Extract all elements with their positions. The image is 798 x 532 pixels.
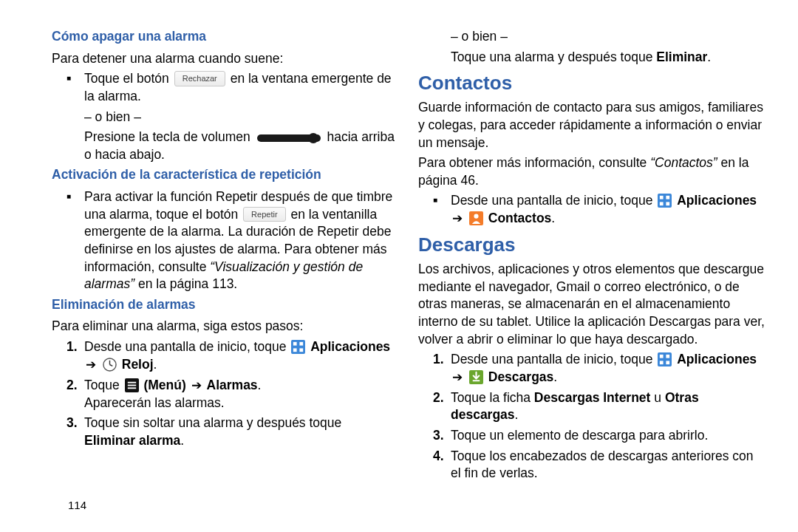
period: . (258, 378, 262, 392)
r-step1-pre: Desde una pantalla de inicio, toque (451, 352, 656, 366)
text-downloads-body: Los archivos, aplicaciones y otros eleme… (418, 261, 767, 348)
bullet-contacts-path: ■ Desde una pantalla de inicio, toque Ap… (433, 192, 767, 228)
svg-rect-22 (660, 361, 664, 365)
text-off-intro: Para detener una alarma cuando suene: (52, 50, 396, 68)
heading-delete-alarms: Eliminación de alarmas (52, 296, 396, 314)
contactos-label: Contactos (488, 211, 552, 225)
heading-snooze: Activación de la característica de repet… (52, 166, 396, 184)
svg-rect-23 (666, 361, 670, 365)
contacts-ref: “Contactos” (650, 155, 717, 170)
svg-rect-21 (666, 355, 670, 358)
clock-icon (103, 358, 117, 372)
contacts2-pre: Para obtener más información, consulte (418, 155, 650, 170)
arrow-icon: ➔ (451, 211, 464, 225)
svg-point-18 (474, 214, 478, 219)
arrow-icon: ➔ (451, 370, 464, 384)
text-del-intro: Para eliminar una alarma, siga estos pas… (52, 318, 396, 335)
text-off-pre: Toque el botón (84, 71, 169, 86)
apps-icon (291, 340, 305, 354)
svg-rect-19 (658, 352, 672, 366)
svg-rect-3 (293, 348, 297, 352)
apps-label: Aplicaciones (677, 193, 757, 208)
manual-page: Cómo apagar una alarma Para detener una … (0, 0, 798, 532)
svg-rect-15 (660, 202, 664, 206)
volume-slider-icon (257, 134, 321, 142)
svg-rect-2 (300, 342, 304, 346)
step-number: 2. (433, 389, 451, 407)
alarmas-label: Alarmas (207, 378, 258, 392)
svg-rect-1 (293, 342, 297, 346)
step1-pre: Desde una pantalla de inicio, toque (84, 339, 290, 354)
heading-downloads: Descargas (418, 232, 767, 258)
step-4-right: 4. Toque los encabezados de descargas an… (433, 448, 767, 482)
right-column: – o bien – Toque una alarma y después to… (409, 25, 767, 516)
step-number: 4. (433, 448, 451, 466)
svg-rect-25 (473, 380, 480, 381)
step-number: 1. (66, 338, 84, 356)
step2-pre: Toque (84, 378, 123, 392)
step-3-right: 3. Toque un elemento de descarga para ab… (433, 427, 767, 445)
step-3-left: 3. Toque sin soltar una alarma y después… (66, 415, 396, 449)
reject-button-chip: Rechazar (174, 71, 225, 86)
elim-alt-bold: Eliminar (656, 50, 707, 64)
bullet-snooze: ■ Para activar la función Repetir despué… (66, 188, 396, 293)
menu-icon (125, 378, 139, 392)
svg-rect-11 (127, 387, 135, 389)
text-elim-alt: Toque una alarma y después toque Elimina… (451, 49, 767, 66)
heading-contacts: Contactos (418, 70, 767, 96)
period: . (707, 50, 711, 64)
period: . (515, 407, 519, 422)
text-or-1: – o bien – (84, 109, 396, 126)
step2-post: Aparecerán las alarmas. (84, 395, 225, 410)
step3-pre: Toque sin soltar una alarma y después to… (84, 415, 341, 430)
text-snooze-post2: en la página 113. (134, 276, 237, 291)
apps-icon (658, 194, 672, 208)
step-2-right: 2. Toque la ficha Descargas Internet u O… (433, 389, 767, 424)
apps-icon (658, 352, 672, 366)
period: . (553, 369, 557, 384)
step-number: 1. (433, 351, 451, 369)
svg-rect-16 (666, 202, 670, 206)
step3-bold: Eliminar alarma (84, 433, 180, 448)
r-step2-pre: Toque la ficha (451, 390, 534, 405)
arrow-icon: ➔ (190, 378, 203, 392)
text-or-right: – o bien – (451, 28, 767, 46)
reloj-label: Reloj (122, 357, 154, 372)
r-step2-mid: u (650, 390, 664, 405)
text-contacts-1: Guarde información de contacto para sus … (418, 99, 767, 151)
svg-rect-14 (666, 196, 670, 200)
download-icon (469, 370, 483, 384)
left-column: Cómo apagar una alarma Para detener una … (52, 25, 409, 516)
contacts-icon (469, 211, 483, 225)
svg-rect-10 (127, 384, 135, 386)
period: . (551, 211, 555, 225)
bc-pre: Desde una pantalla de inicio, toque (451, 193, 656, 208)
svg-rect-4 (300, 348, 304, 352)
arrow-icon: ➔ (84, 358, 98, 372)
step-number: 3. (66, 415, 84, 432)
r-step2-b1: Descargas Internet (534, 390, 651, 405)
text-vol-pre: Presione la tecla de volumen (84, 129, 250, 144)
step-1-right: 1. Desde una pantalla de inicio, toque A… (433, 351, 767, 386)
square-bullet-icon: ■ (433, 192, 451, 208)
text-contacts-2: Para obtener más información, consulte “… (418, 154, 767, 189)
period: . (180, 433, 184, 448)
period: . (154, 357, 157, 372)
square-bullet-icon: ■ (66, 70, 84, 86)
square-bullet-icon: ■ (66, 188, 84, 205)
apps-label: Aplicaciones (677, 352, 757, 366)
step-1-left: 1. Desde una pantalla de inicio, toque A… (66, 338, 396, 374)
step-number: 3. (433, 427, 451, 445)
apps-label: Aplicaciones (310, 339, 390, 354)
r-step4: Toque los encabezados de descargas anter… (451, 448, 767, 482)
svg-rect-9 (127, 381, 135, 383)
step-number: 2. (66, 377, 84, 395)
heading-turn-off-alarm: Cómo apagar una alarma (52, 28, 396, 46)
svg-rect-13 (660, 196, 664, 200)
svg-rect-20 (660, 355, 664, 358)
svg-rect-12 (658, 194, 672, 208)
menu-label: (Menú) (143, 378, 185, 392)
bullet-reject-button: ■ Toque el botón Rechazar en la ventana … (66, 70, 396, 105)
page-number: 114 (68, 498, 86, 513)
repeat-button-chip: Repetir (243, 207, 285, 222)
